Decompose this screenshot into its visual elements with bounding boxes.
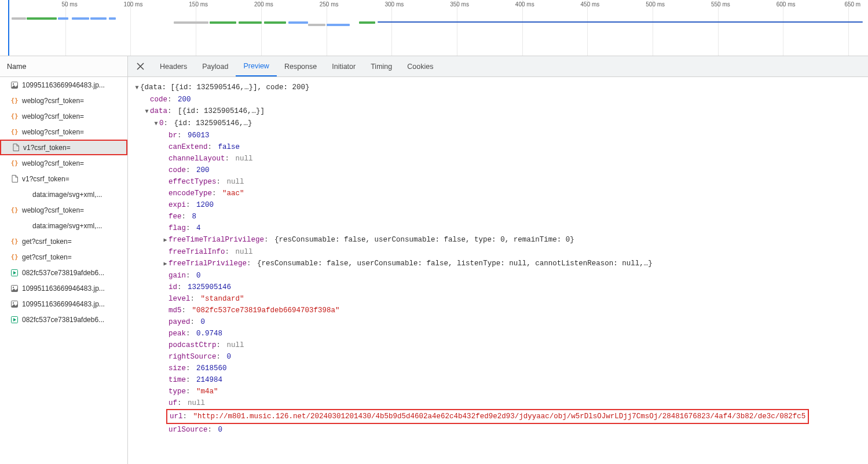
json-property[interactable]: effectTypes: null <box>134 176 862 188</box>
json-icon: {} <box>10 253 19 261</box>
timeline-ruler: 50 ms100 ms150 ms200 ms250 ms300 ms350 m… <box>0 0 868 12</box>
timeline-tick: 300 ms <box>391 0 392 56</box>
svg-point-4 <box>13 286 14 287</box>
json-property[interactable]: md5: "082fc537ce73819afdeb6694703f398a" <box>134 305 862 316</box>
tab-headers[interactable]: Headers <box>152 56 195 76</box>
json-property[interactable]: id: 1325905146 <box>134 282 862 293</box>
svg-point-6 <box>13 302 14 303</box>
json-property[interactable]: size: 2618560 <box>134 363 862 374</box>
json-property[interactable]: gain: 0 <box>134 270 862 282</box>
image-icon <box>10 284 19 293</box>
tab-initiator[interactable]: Initiator <box>324 56 363 76</box>
request-label: weblog?csrf_token= <box>22 128 84 136</box>
request-row[interactable]: data:image/svg+xml,... <box>0 187 127 202</box>
request-row[interactable]: {}weblog?csrf_token= <box>0 124 127 140</box>
network-request-list: Name 109951163669946483.jp...{}weblog?cs… <box>0 56 128 464</box>
timeline-tick: 200 ms <box>261 0 262 56</box>
json-property[interactable]: level: "standard" <box>134 293 862 305</box>
request-label: weblog?csrf_token= <box>22 159 84 167</box>
request-row[interactable]: {}get?csrf_token= <box>0 249 127 265</box>
json-property[interactable]: time: 214984 <box>134 374 862 386</box>
tab-response[interactable]: Response <box>277 56 324 76</box>
request-label: 082fc537ce73819afdeb6... <box>22 316 104 324</box>
request-row[interactable]: {}weblog?csrf_token= <box>0 93 127 108</box>
json-property[interactable]: channelLayout: null <box>134 153 862 165</box>
json-property[interactable]: fee: 8 <box>134 211 862 222</box>
json-icon: {} <box>10 159 19 167</box>
timeline-tick: 100 ms <box>130 0 131 56</box>
request-label: data:image/svg+xml,... <box>32 222 102 230</box>
json-icon: {} <box>10 238 19 246</box>
json-property[interactable]: uf: null <box>134 397 862 409</box>
json-property[interactable]: br: 96013 <box>134 130 862 141</box>
image-icon <box>10 300 19 308</box>
json-property[interactable]: code: 200 <box>134 165 862 176</box>
json-icon: {} <box>10 97 19 105</box>
request-label: weblog?csrf_token= <box>22 97 84 105</box>
request-row[interactable]: 109951163669946483.jp... <box>0 296 127 312</box>
timeline-tick: 250 ms <box>327 0 327 56</box>
timeline-tick: 550 ms <box>718 0 719 56</box>
url-highlight: url: "http://m801.music.126.net/20240301… <box>166 409 809 424</box>
blank-icon <box>21 222 29 230</box>
request-label: weblog?csrf_token= <box>22 206 84 214</box>
timeline-tick: 650 m <box>848 0 849 56</box>
request-row[interactable]: {}weblog?csrf_token= <box>0 155 127 171</box>
tab-preview[interactable]: Preview <box>236 56 276 76</box>
json-property[interactable]: expi: 1200 <box>134 199 862 211</box>
json-icon: {} <box>10 206 19 214</box>
document-icon <box>10 175 19 183</box>
request-label: 109951163669946483.jp... <box>22 300 105 308</box>
tab-payload[interactable]: Payload <box>195 56 236 76</box>
json-property[interactable]: flag: 4 <box>134 222 862 234</box>
timeline-tick: 150 ms <box>196 0 196 56</box>
request-row[interactable]: {}weblog?csrf_token= <box>0 202 127 218</box>
detail-tabs: HeadersPayloadPreviewResponseInitiatorTi… <box>128 56 868 77</box>
timeline-tick: 600 ms <box>783 0 783 56</box>
json-icon: {} <box>10 112 19 120</box>
timeline-tick: 400 ms <box>522 0 523 56</box>
timeline-tick: 450 ms <box>587 0 588 56</box>
request-row[interactable]: v1?csrf_token= <box>0 171 127 187</box>
timeline-tick: 50 ms <box>65 0 66 56</box>
request-label: v1?csrf_token= <box>23 144 71 152</box>
request-label: 082fc537ce73819afdeb6... <box>22 269 104 277</box>
request-detail-panel: HeadersPayloadPreviewResponseInitiatorTi… <box>128 56 868 464</box>
request-row[interactable]: 082fc537ce73819afdeb6... <box>0 312 127 327</box>
name-column-header[interactable]: Name <box>0 56 127 77</box>
request-row[interactable]: data:image/svg+xml,... <box>0 218 127 233</box>
json-property[interactable]: rightSource: 0 <box>134 351 862 363</box>
request-label: v1?csrf_token= <box>22 175 69 183</box>
timeline-tick: 500 ms <box>653 0 653 56</box>
request-row[interactable]: {}weblog?csrf_token= <box>0 108 127 124</box>
json-property[interactable]: podcastCtrp: null <box>134 339 862 351</box>
request-row[interactable]: 109951163669946483.jp... <box>0 77 127 93</box>
request-label: weblog?csrf_token= <box>22 112 84 120</box>
json-property[interactable]: encodeType: "aac" <box>134 188 862 199</box>
request-row[interactable]: 109951163669946483.jp... <box>0 280 127 296</box>
json-property[interactable]: payed: 0 <box>134 316 862 328</box>
request-label: get?csrf_token= <box>22 238 72 246</box>
timeline-tick: 350 ms <box>457 0 457 56</box>
request-label: data:image/svg+xml,... <box>32 191 102 199</box>
timeline-overview[interactable]: 50 ms100 ms150 ms200 ms250 ms300 ms350 m… <box>0 0 868 56</box>
request-row[interactable]: 082fc537ce73819afdeb6... <box>0 265 127 280</box>
request-label: 109951163669946483.jp... <box>22 81 105 89</box>
json-property[interactable]: type: "m4a" <box>134 386 862 397</box>
request-row[interactable]: v1?csrf_token= <box>0 140 127 155</box>
document-icon <box>12 144 20 152</box>
tab-timing[interactable]: Timing <box>363 56 400 76</box>
image-icon <box>10 81 19 89</box>
media-icon <box>10 269 19 277</box>
json-property[interactable]: canExtend: false <box>134 141 862 153</box>
svg-point-1 <box>13 83 14 84</box>
request-label: 109951163669946483.jp... <box>22 284 105 293</box>
media-icon <box>10 316 19 324</box>
close-icon[interactable] <box>133 59 148 74</box>
tab-cookies[interactable]: Cookies <box>400 56 441 76</box>
preview-content[interactable]: ▼{data: [{id: 1325905146,…}], code: 200}… <box>128 77 868 464</box>
json-property[interactable]: peak: 0.9748 <box>134 328 862 339</box>
request-row[interactable]: {}get?csrf_token= <box>0 233 127 249</box>
json-icon: {} <box>10 128 19 136</box>
request-label: get?csrf_token= <box>22 253 72 261</box>
